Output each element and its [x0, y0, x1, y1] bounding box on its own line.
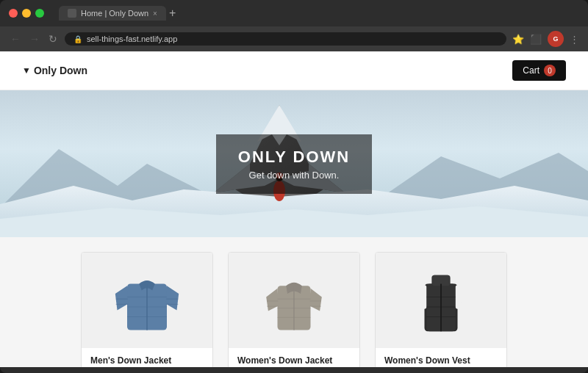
logo-icon: ▼ — [22, 65, 31, 76]
product-card: Men's Down Jacket $50.00 View — [81, 252, 213, 367]
tab-close-button[interactable]: × — [153, 10, 157, 18]
title-bar: Home | Only Down × + — [0, 0, 588, 26]
hero-section: ONLY DOWN Get down with Down. — [0, 90, 588, 237]
cart-count: 0 — [544, 65, 556, 76]
products-section: Men's Down Jacket $50.00 View — [0, 237, 588, 367]
hero-subtitle: Get down with Down. — [238, 170, 350, 181]
address-bar-actions: ⭐ ⬛ G ⋮ — [512, 31, 579, 47]
profile-avatar[interactable]: G — [548, 31, 564, 47]
search-icon[interactable]: ⭐ — [512, 34, 524, 45]
svg-marker-8 — [0, 206, 588, 237]
security-icon: 🔒 — [74, 35, 82, 43]
hero-title: ONLY DOWN — [238, 148, 350, 167]
product-image — [82, 253, 212, 348]
logo-text: Only Down — [34, 65, 87, 76]
fullscreen-button[interactable] — [35, 9, 44, 18]
hero-overlay: ONLY DOWN Get down with Down. — [216, 134, 372, 194]
forward-button[interactable]: → — [28, 33, 41, 45]
browser-tab[interactable]: Home | Only Down × — [59, 6, 166, 21]
browser-chrome: Home | Only Down × + ← → ↻ 🔒 sell-things… — [0, 0, 588, 51]
product-info: Men's Down Jacket $50.00 View — [82, 348, 212, 367]
traffic-lights — [9, 9, 44, 18]
vest-svg — [408, 260, 474, 341]
product-name: Men's Down Jacket — [90, 355, 204, 366]
minimize-button[interactable] — [22, 9, 31, 18]
close-button[interactable] — [9, 9, 18, 18]
cart-label: Cart — [523, 65, 539, 76]
product-name: Women's Down Jacket — [237, 355, 351, 366]
url-text: sell-things-fast.netlify.app — [87, 35, 177, 43]
jacket-svg-1 — [114, 260, 180, 341]
bookmark-icon[interactable]: ⬛ — [530, 34, 542, 45]
product-info: Women's Down Jacket $50.00 View — [229, 348, 359, 367]
cart-button[interactable]: Cart 0 — [512, 60, 566, 81]
product-image — [376, 253, 506, 348]
product-card: Women's Down Jacket $50.00 View — [228, 252, 360, 367]
tab-title: Home | Only Down — [81, 9, 148, 18]
address-bar: ← → ↻ 🔒 sell-things-fast.netlify.app ⭐ ⬛… — [0, 26, 588, 51]
refresh-button[interactable]: ↻ — [47, 33, 59, 45]
site-header: ▼ Only Down Cart 0 — [0, 51, 588, 90]
new-tab-button[interactable]: + — [169, 7, 176, 20]
url-bar[interactable]: 🔒 sell-things-fast.netlify.app — [65, 32, 506, 46]
jacket-svg-2 — [261, 260, 327, 341]
site-logo: ▼ Only Down — [22, 65, 87, 76]
tab-bar: Home | Only Down × + — [59, 6, 579, 21]
tab-favicon — [68, 9, 76, 18]
menu-icon[interactable]: ⋮ — [570, 34, 579, 45]
product-card: Women's Down Vest $35.00 View — [375, 252, 507, 367]
browser-bottom — [0, 367, 588, 373]
back-button[interactable]: ← — [9, 33, 22, 45]
product-name: Women's Down Vest — [384, 355, 498, 366]
product-info: Women's Down Vest $35.00 View — [376, 348, 506, 367]
page-content: ▼ Only Down Cart 0 — [0, 51, 588, 367]
product-image — [229, 253, 359, 348]
